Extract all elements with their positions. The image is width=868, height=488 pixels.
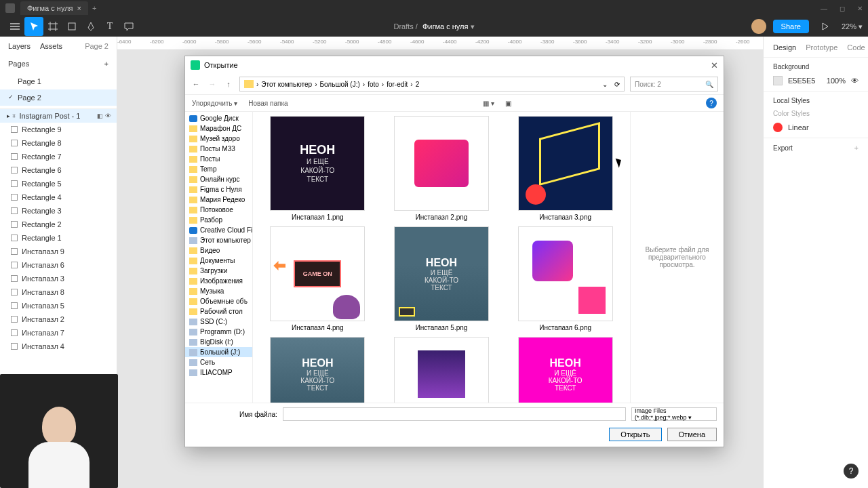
tab-assets[interactable]: Assets (40, 42, 62, 50)
linear-swatch[interactable] (773, 123, 783, 132)
help-icon[interactable]: ? (706, 98, 717, 108)
tree-item[interactable]: Большой (J:) (185, 347, 252, 357)
path-seg-0[interactable]: › (256, 81, 258, 88)
tab-prototype[interactable]: Prototype (806, 43, 837, 52)
tree-item[interactable]: Музыка (185, 286, 252, 296)
frame-tool-icon[interactable] (43, 17, 62, 36)
layer-item[interactable]: Rectangle 9 (0, 123, 117, 136)
layer-item[interactable]: Инстапазл 6 (0, 258, 117, 272)
layer-item[interactable]: Rectangle 4 (0, 190, 117, 204)
tree-item[interactable]: Документы (185, 256, 252, 266)
layer-item[interactable]: Rectangle 1 (0, 231, 117, 245)
layer-item[interactable]: Инстапазл 5 (0, 299, 117, 312)
layer-item[interactable]: Инстапазл 9 (0, 245, 117, 258)
path-bar[interactable]: › Этот компьютер› Большой (J:)› foto› fo… (239, 77, 625, 92)
tab-layers[interactable]: Layers (8, 42, 31, 50)
pen-tool-icon[interactable] (81, 17, 100, 36)
nav-forward-icon[interactable]: → (207, 80, 218, 88)
tree-item[interactable]: Programm (D:) (185, 327, 252, 337)
tree-item[interactable]: Марафон ДС (185, 123, 252, 134)
tree-item[interactable]: Потоковое (185, 205, 252, 215)
tree-item[interactable]: ILIACOMP (185, 367, 252, 378)
add-tab-button[interactable]: + (92, 4, 96, 12)
tree-item[interactable]: Разбор (185, 215, 252, 225)
open-button[interactable]: Открыть (609, 428, 661, 441)
tab-close-icon[interactable]: × (77, 4, 81, 12)
frame-layer[interactable]: ▸ ⌗ Instagram Post - 1 ◧ 👁 (0, 109, 117, 123)
folder-tree[interactable]: Google ДискМарафон ДСМузей здороПосты М3… (185, 112, 253, 403)
layer-item[interactable]: Rectangle 8 (0, 136, 117, 150)
layer-item[interactable]: Инстапазл 3 (0, 272, 117, 285)
page-item-2[interactable]: Page 2 (0, 89, 117, 106)
tree-item[interactable]: Посты М33 (185, 144, 252, 154)
comment-tool-icon[interactable] (119, 17, 138, 36)
file-item[interactable]: GAME ON Инстапазл 4.png (261, 226, 374, 331)
nav-up-icon[interactable]: ↑ (223, 80, 234, 88)
tree-item[interactable]: Сеть (185, 357, 252, 367)
tree-item[interactable]: Figma с Нуля (185, 184, 252, 195)
page-item-1[interactable]: Page 1 (0, 73, 117, 89)
tree-item[interactable]: Объемные объ (185, 296, 252, 306)
file-filter-select[interactable]: Image Files (*.dib;*.jpeg;*.webp ▾ (631, 407, 717, 421)
bg-hex[interactable]: E5E5E5 (788, 77, 815, 85)
path-seg[interactable]: Этот компьютер (261, 81, 312, 88)
tree-item[interactable]: Видео (185, 245, 252, 256)
layer-item[interactable]: Инстапазл 4 (0, 340, 117, 353)
layer-item[interactable]: Rectangle 6 (0, 163, 117, 177)
tree-item[interactable]: Google Диск (185, 113, 252, 123)
shape-tool-icon[interactable] (62, 17, 81, 36)
avatar[interactable] (751, 19, 766, 34)
window-tab[interactable]: Фигма с нуля × (20, 1, 88, 15)
organize-menu[interactable]: Упорядочить ▾ (192, 100, 237, 107)
move-tool-icon[interactable] (24, 17, 43, 36)
help-badge[interactable]: ? (844, 464, 859, 479)
bg-swatch[interactable] (773, 76, 783, 85)
search-input[interactable]: Поиск: 2 🔍 (630, 77, 718, 92)
zoom-level[interactable]: 22% ▾ (842, 22, 863, 31)
nav-back-icon[interactable]: ← (191, 80, 201, 88)
page-indicator[interactable]: Page 2 (85, 42, 108, 50)
path-seg[interactable]: for-edit (387, 81, 408, 88)
layer-item[interactable]: Rectangle 5 (0, 177, 117, 190)
menu-icon[interactable] (5, 17, 24, 36)
file-grid[interactable]: НЕОНИ ЕЩЁ КАКОЙ-ТО ТЕКСТ Инстапазл 1.png… (253, 112, 630, 403)
layer-item[interactable]: Инстапазл 8 (0, 285, 117, 299)
layer-item[interactable]: Rectangle 2 (0, 218, 117, 231)
add-export-icon[interactable]: + (854, 144, 859, 152)
layer-actions-icon[interactable]: ◧ 👁 (97, 113, 111, 119)
cancel-button[interactable]: Отмена (667, 428, 717, 441)
refresh-icon[interactable]: ⟳ (614, 81, 620, 88)
file-item[interactable]: НЕОНИ ЕЩЁ КАКОЙ-ТО ТЕКСТ Инстапазл 1.png (261, 116, 374, 221)
path-seg[interactable]: Большой (J:) (319, 81, 359, 88)
tab-design[interactable]: Design (773, 43, 796, 52)
path-dropdown-icon[interactable]: ⌄ (602, 81, 608, 88)
visibility-icon[interactable]: 👁 (851, 77, 859, 85)
tree-item[interactable]: Загрузки (185, 266, 252, 276)
linear-label[interactable]: Linear (788, 123, 809, 131)
tree-item[interactable]: BigDisk (I:) (185, 337, 252, 347)
file-item[interactable]: НЕОНИ ЕЩЁ КАКОЙ-ТО ТЕКСТ (261, 337, 374, 403)
tree-item[interactable]: Этот компьютер (185, 235, 252, 245)
text-tool-icon[interactable]: T (100, 17, 119, 36)
close-window-icon[interactable]: ✕ (857, 5, 863, 12)
tree-item[interactable]: Рабочий стол (185, 306, 252, 317)
filename-input[interactable] (283, 407, 626, 421)
file-item[interactable]: НЕОНИ ЕЩЁ КАКОЙ-ТО ТЕКСТ (509, 337, 622, 403)
file-item[interactable]: Инстапазл 3.png (509, 116, 622, 221)
path-seg[interactable]: foto (368, 81, 379, 88)
file-item[interactable]: Инстапазл 6.png (509, 226, 622, 331)
new-folder-button[interactable]: Новая папка (248, 100, 288, 107)
layer-item[interactable]: Rectangle 7 (0, 150, 117, 163)
share-button[interactable]: Share (773, 20, 809, 33)
layer-item[interactable]: Инстапазл 7 (0, 326, 117, 340)
file-item[interactable] (385, 337, 498, 403)
file-item[interactable]: Инстапазл 2.png (385, 116, 498, 221)
minimize-icon[interactable]: — (821, 5, 827, 12)
tree-item[interactable]: Мария Редеко (185, 195, 252, 205)
layer-item[interactable]: Rectangle 3 (0, 204, 117, 218)
layer-item[interactable]: Инстапазл 2 (0, 312, 117, 326)
file-item[interactable]: НЕОНИ ЕЩЁ КАКОЙ-ТО ТЕКСТ Инстапазл 5.png (385, 226, 498, 331)
dialog-close-icon[interactable]: ✕ (711, 60, 718, 70)
view-options-icon[interactable]: ▦ ▾ (483, 100, 494, 107)
tree-item[interactable]: Creative Cloud Fil (185, 225, 252, 235)
